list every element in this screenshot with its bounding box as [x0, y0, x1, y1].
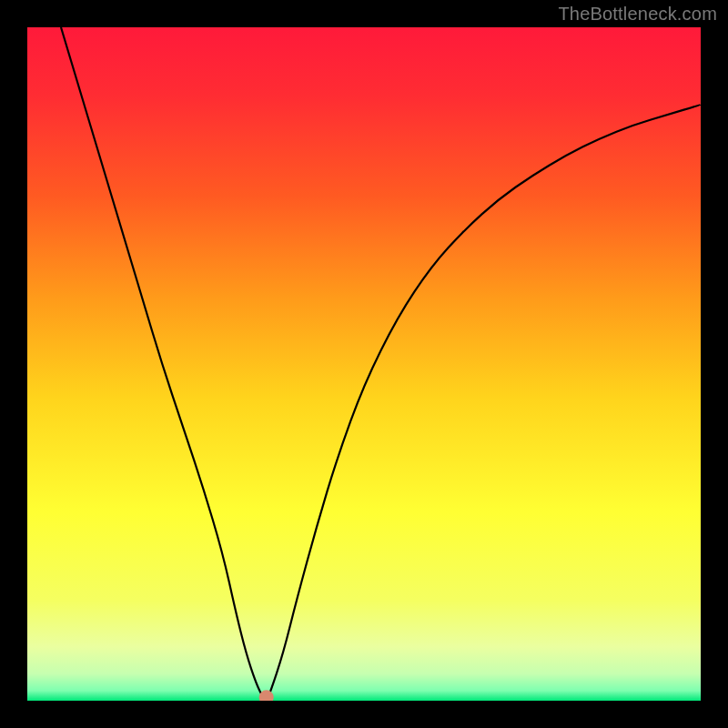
chart-frame: TheBottleneck.com	[0, 0, 728, 728]
gradient-background	[27, 27, 701, 701]
bottleneck-chart	[27, 27, 701, 701]
watermark: TheBottleneck.com	[558, 4, 717, 25]
